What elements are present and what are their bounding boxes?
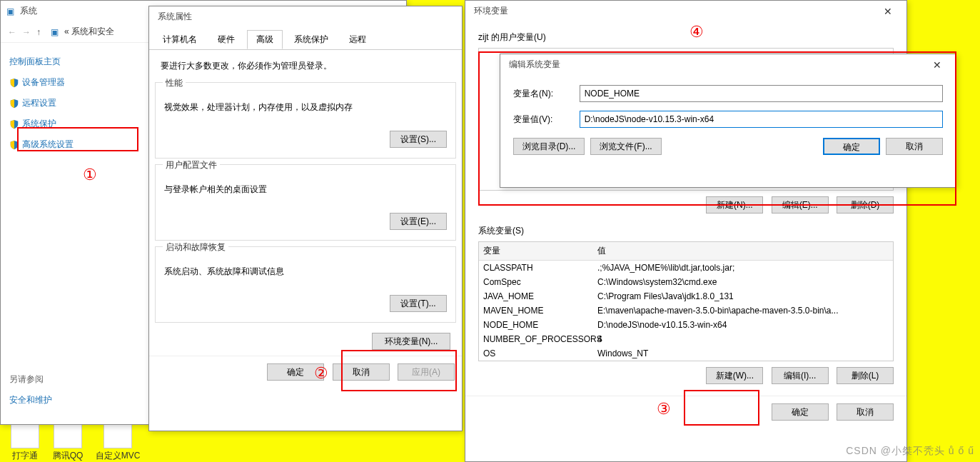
desktop-icon-qq[interactable]: 腾讯QQ xyxy=(43,420,93,462)
marker-3: ③ xyxy=(657,400,671,418)
tab-bar: 计算机名 硬件 高级 系统保护 远程 xyxy=(149,27,462,50)
tab-advanced[interactable]: 高级 xyxy=(247,30,283,49)
window-title: 编辑系统变量 xyxy=(506,59,924,71)
forward-icon[interactable]: → xyxy=(22,27,31,37)
table-row: NUMBER_OF_PROCESSORS4 xyxy=(479,332,893,346)
sidebar-link-remote[interactable]: 远程设置 xyxy=(1,93,143,114)
var-name-label: 变量名(N): xyxy=(513,88,580,100)
sys-vars-title: 系统变量(S) xyxy=(478,225,894,237)
group-title: 启动和故障恢复 xyxy=(163,241,228,253)
sidebar: 控制面板主页 设备管理器 远程设置 系统保护 高级系统设置 另请参阅 安全和维护 xyxy=(1,43,143,419)
back-icon[interactable]: ← xyxy=(8,27,16,37)
ok-button[interactable]: 确定 xyxy=(823,138,880,155)
group-title: 性能 xyxy=(163,77,186,89)
tab-hardware[interactable]: 硬件 xyxy=(208,30,244,49)
titlebar: 编辑系统变量✕ xyxy=(500,54,956,75)
close-icon[interactable]: ✕ xyxy=(875,6,901,17)
table-row: ComSpecC:\Windows\system32\cmd.exe xyxy=(479,275,893,289)
delete-d-button[interactable]: 删除(D) xyxy=(837,196,894,214)
cancel-button[interactable]: 取消 xyxy=(333,363,390,381)
shield-icon xyxy=(9,119,19,129)
desktop-icon-label: 腾讯QQ xyxy=(53,451,84,461)
var-name-input[interactable] xyxy=(580,85,943,102)
intro-text: 要进行大多数更改，你必须作为管理员登录。 xyxy=(149,50,462,76)
up-icon[interactable]: ↑ xyxy=(36,27,41,37)
table-row: OSWindows_NT xyxy=(479,346,893,361)
profiles-group: 用户配置文件 与登录帐户相关的桌面设置 设置(E)... xyxy=(155,164,456,241)
delete-l-button[interactable]: 删除(L) xyxy=(837,367,894,384)
settings-t-button[interactable]: 设置(T)... xyxy=(390,295,447,312)
user-vars-title: zijt 的用户变量(U) xyxy=(478,31,894,44)
system-properties-dialog: 系统属性 计算机名 硬件 高级 系统保护 远程 要进行大多数更改，你必须作为管理… xyxy=(148,6,463,431)
desktop-icon-label: 打字通 xyxy=(12,451,38,461)
var-value-input[interactable] xyxy=(580,111,943,128)
performance-group: 性能 视觉效果，处理器计划，内存使用，以及虚拟内存 设置(S)... xyxy=(155,82,456,159)
marker-4: ④ xyxy=(689,23,704,41)
watermark: CSDN @小桀不秃头 ů ő ű xyxy=(846,445,974,458)
edit-e-button[interactable]: 编辑(E)... xyxy=(772,196,829,214)
titlebar: 系统属性 xyxy=(149,6,462,27)
new-n-button[interactable]: 新建(N)... xyxy=(706,196,763,214)
hdr-var: 变量 xyxy=(483,245,597,257)
marker-2: ② xyxy=(314,364,328,383)
new-w-button[interactable]: 新建(W)... xyxy=(706,367,763,384)
settings-e-button[interactable]: 设置(E)... xyxy=(390,213,447,230)
hdr-val: 值 xyxy=(597,245,889,257)
close-icon[interactable]: ✕ xyxy=(924,59,950,71)
monitor-icon: ▣ xyxy=(6,6,14,16)
cancel-button[interactable]: 取消 xyxy=(886,138,943,155)
sidebar-link-sysprotect[interactable]: 系统保护 xyxy=(1,114,143,134)
marker-1: ① xyxy=(83,166,97,184)
see-also-title: 另请参阅 xyxy=(1,369,143,390)
env-vars-button[interactable]: 环境变量(N)... xyxy=(372,333,450,350)
desktop-icon-label: 自定义MVC框架.md xyxy=(96,451,141,462)
shield-icon xyxy=(9,78,19,88)
shield-icon xyxy=(9,140,19,150)
table-row: JAVA_HOMEC:\Program Files\Java\jdk1.8.0_… xyxy=(479,289,893,303)
breadcrumb[interactable]: « 系统和安全 xyxy=(64,26,114,38)
ok-button[interactable]: 确定 xyxy=(772,403,829,421)
startup-group: 启动和故障恢复 系统启动、系统故障和调试信息 设置(T)... xyxy=(155,246,456,323)
sys-vars-list[interactable]: 变量值 CLASSPATH.;%JAVA_HOME%\lib\dt.jar,to… xyxy=(478,241,894,361)
table-row: CLASSPATH.;%JAVA_HOME%\lib\dt.jar,tools.… xyxy=(479,261,893,275)
browse-file-button[interactable]: 浏览文件(F)... xyxy=(590,138,662,155)
settings-s-button[interactable]: 设置(S)... xyxy=(390,131,447,148)
apply-button[interactable]: 应用(A) xyxy=(398,363,455,381)
table-row: MAVEN_HOMEE:\maven\apache-maven-3.5.0-bi… xyxy=(479,303,893,318)
see-also-link[interactable]: 安全和维护 xyxy=(1,390,143,411)
startup-desc: 系统启动、系统故障和调试信息 xyxy=(164,266,447,278)
window-title: 环境变量 xyxy=(471,5,875,17)
tab-computer-name[interactable]: 计算机名 xyxy=(153,30,206,49)
cancel-button[interactable]: 取消 xyxy=(837,403,894,421)
perf-desc: 视觉效果，处理器计划，内存使用，以及虚拟内存 xyxy=(164,101,447,114)
window-title: 系统属性 xyxy=(155,11,456,23)
var-value-label: 变量值(V): xyxy=(513,114,580,126)
tab-remote[interactable]: 远程 xyxy=(340,30,375,49)
group-title: 用户配置文件 xyxy=(163,159,220,171)
profiles-desc: 与登录帐户相关的桌面设置 xyxy=(164,184,447,196)
edit-i-button[interactable]: 编辑(I)... xyxy=(772,367,829,384)
desktop-icon-mvc[interactable]: 自定义MVC框架.md xyxy=(93,420,143,462)
edit-variable-dialog: 编辑系统变量✕ 变量名(N): 变量值(V): 浏览目录(D)... 浏览文件(… xyxy=(500,54,956,188)
sidebar-link-device-mgr[interactable]: 设备管理器 xyxy=(1,72,143,93)
tab-protection[interactable]: 系统保护 xyxy=(285,30,338,49)
monitor-icon: ▣ xyxy=(51,27,59,37)
sidebar-title: 控制面板主页 xyxy=(1,51,143,72)
titlebar: 环境变量✕ xyxy=(465,1,906,21)
sidebar-link-advanced[interactable]: 高级系统设置 xyxy=(1,134,143,155)
browse-dir-button[interactable]: 浏览目录(D)... xyxy=(513,138,585,155)
table-row: NODE_HOMED:\nodeJS\node-v10.15.3-win-x64 xyxy=(479,318,893,332)
shield-icon xyxy=(9,99,19,109)
